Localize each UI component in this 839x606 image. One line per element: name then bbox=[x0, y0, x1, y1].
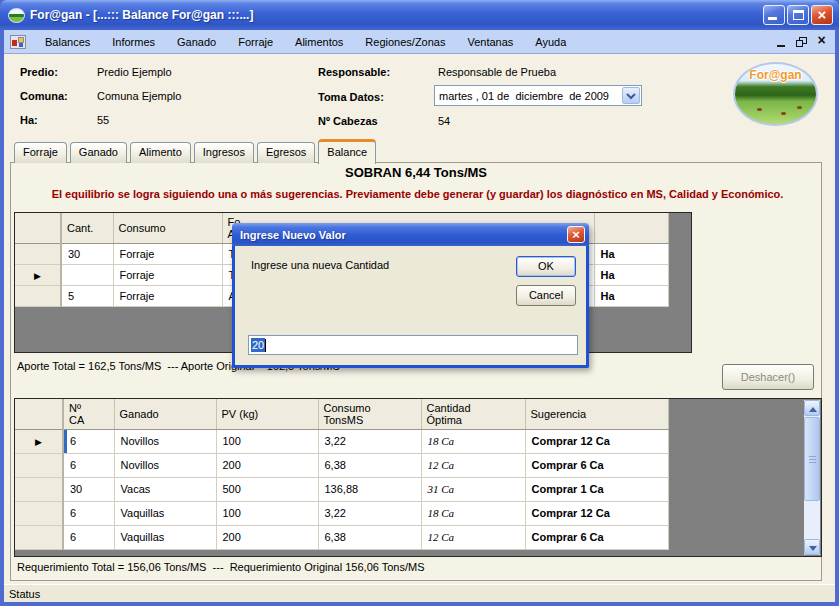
row-selector-cell[interactable] bbox=[15, 525, 63, 549]
requerimiento-header-6[interactable]: Sugerencia bbox=[525, 399, 668, 429]
tab-ingresos[interactable]: Ingresos bbox=[194, 142, 254, 163]
scroll-down-button[interactable] bbox=[804, 539, 820, 555]
close-button[interactable]: × bbox=[811, 5, 833, 25]
row-selector-cell[interactable] bbox=[15, 477, 63, 501]
predio-label: Predio: bbox=[20, 66, 58, 78]
row-selector-cell[interactable]: ▶ bbox=[15, 429, 63, 453]
requerimiento-cell[interactable]: 100 bbox=[216, 501, 318, 525]
requerimiento-header-5[interactable]: Cantidad Óptima bbox=[421, 399, 525, 429]
datepicker-dropdown-button[interactable] bbox=[622, 87, 640, 104]
dialog-ingrese-nuevo-valor: Ingrese Nuevo Valor × Ingrese una nueva … bbox=[232, 223, 589, 368]
requerimiento-cell[interactable]: Comprar 6 Ca bbox=[525, 453, 668, 477]
foragan-logo: For@gan bbox=[733, 62, 818, 126]
requerimiento-cell[interactable]: 3,22 bbox=[318, 429, 421, 453]
menu-item-balances[interactable]: Balances bbox=[34, 32, 101, 52]
requerimiento-cell[interactable]: 6 bbox=[63, 429, 114, 453]
row-selector-cell[interactable]: ▶ bbox=[15, 264, 61, 285]
menu-item-ventanas[interactable]: Ventanas bbox=[456, 32, 524, 52]
requerimiento-cell[interactable]: Vacas bbox=[114, 477, 216, 501]
menu-item-forraje[interactable]: Forraje bbox=[227, 32, 284, 52]
aporte-cell[interactable]: 5 bbox=[61, 285, 113, 306]
menu-bar: BalancesInformesGanadoForrajeAlimentosRe… bbox=[4, 30, 835, 54]
tab-egresos[interactable]: Egresos bbox=[257, 142, 315, 163]
requerimiento-cell[interactable]: 6 bbox=[63, 525, 114, 549]
tab-forraje[interactable]: Forraje bbox=[14, 142, 67, 163]
tab-alimento[interactable]: Alimento bbox=[130, 142, 191, 163]
aporte-header-2[interactable]: Consumo bbox=[113, 213, 222, 243]
aporte-cell[interactable]: Ha bbox=[594, 243, 668, 264]
cancel-button[interactable]: Cancel bbox=[516, 285, 576, 306]
requerimiento-cell[interactable]: Comprar 12 Ca bbox=[525, 429, 668, 453]
aporte-cell[interactable]: 20 bbox=[61, 264, 113, 285]
ha-value: 55 bbox=[97, 114, 109, 126]
requerimiento-header-2[interactable]: Ganado bbox=[114, 399, 216, 429]
deshacer-button[interactable]: Deshacer() bbox=[722, 364, 814, 390]
vertical-scrollbar[interactable] bbox=[804, 400, 820, 555]
requerimiento-cell[interactable]: 6,38 bbox=[318, 525, 421, 549]
row-selector-cell[interactable] bbox=[15, 285, 61, 306]
tab-ganado[interactable]: Ganado bbox=[70, 142, 127, 163]
dialog-close-button[interactable]: × bbox=[567, 226, 585, 243]
requerimiento-header-1[interactable]: Nº CA bbox=[63, 399, 114, 429]
requerimiento-cell[interactable]: 12 Ca bbox=[421, 525, 525, 549]
requerimiento-cell[interactable]: 18 Ca bbox=[421, 429, 525, 453]
requerimiento-cell[interactable]: 500 bbox=[216, 477, 318, 501]
requerimiento-cell[interactable]: Novillos bbox=[114, 453, 216, 477]
row-selector-cell[interactable] bbox=[15, 453, 63, 477]
maximize-button[interactable] bbox=[787, 5, 809, 25]
aporte-cell[interactable]: Ha bbox=[594, 285, 668, 306]
aporte-header-1[interactable]: Cant. bbox=[61, 213, 113, 243]
mdi-close-button[interactable]: × bbox=[816, 37, 827, 47]
dialog-title: Ingrese Nuevo Valor bbox=[240, 229, 567, 241]
status-text: Status bbox=[4, 588, 40, 600]
aporte-cell[interactable]: Ha bbox=[594, 264, 668, 285]
requerimiento-cell[interactable]: 100 bbox=[216, 429, 318, 453]
requerimiento-cell[interactable]: 200 bbox=[216, 525, 318, 549]
requerimiento-cell[interactable]: 6,38 bbox=[318, 453, 421, 477]
aporte-cell[interactable]: Forraje bbox=[113, 264, 222, 285]
requerimiento-cell[interactable]: Comprar 6 Ca bbox=[525, 525, 668, 549]
aporte-header-0[interactable] bbox=[15, 213, 61, 243]
balance-warning-text: El equilibrio se logra siguiendo una o m… bbox=[4, 188, 831, 200]
requerimiento-cell[interactable]: 18 Ca bbox=[421, 501, 525, 525]
requerimiento-cell[interactable]: 200 bbox=[216, 453, 318, 477]
menu-item-informes[interactable]: Informes bbox=[101, 32, 166, 52]
row-selector-cell[interactable] bbox=[15, 243, 61, 264]
requerimiento-cell[interactable]: 136,88 bbox=[318, 477, 421, 501]
requerimiento-cell[interactable]: Novillos bbox=[114, 429, 216, 453]
scrollbar-thumb[interactable] bbox=[804, 417, 820, 501]
requerimiento-cell[interactable]: 6 bbox=[63, 501, 114, 525]
mdi-restore-button[interactable] bbox=[796, 37, 807, 47]
minimize-button[interactable] bbox=[763, 5, 785, 25]
aporte-cell[interactable]: 30 bbox=[61, 243, 113, 264]
tab-balance[interactable]: Balance bbox=[318, 139, 376, 164]
requerimiento-header-3[interactable]: PV (kg) bbox=[216, 399, 318, 429]
requerimiento-cell[interactable]: 12 Ca bbox=[421, 453, 525, 477]
toma-datos-datepicker[interactable]: martes , 01 de diciembre de 2009 bbox=[434, 85, 642, 106]
menu-item-ganado[interactable]: Ganado bbox=[166, 32, 227, 52]
requerimiento-cell[interactable]: Comprar 1 Ca bbox=[525, 477, 668, 501]
mdi-minimize-button[interactable] bbox=[776, 37, 787, 47]
ok-button[interactable]: OK bbox=[516, 256, 576, 277]
requerimiento-cell[interactable]: Comprar 12 Ca bbox=[525, 501, 668, 525]
requerimiento-cell[interactable]: Vaquillas bbox=[114, 501, 216, 525]
requerimiento-cell[interactable]: 30 bbox=[63, 477, 114, 501]
requerimiento-cell[interactable]: 31 Ca bbox=[421, 477, 525, 501]
row-selector-cell[interactable] bbox=[15, 501, 63, 525]
window-title: For@gan - [...::: Balance For@gan :::...… bbox=[30, 8, 763, 22]
cantidad-input[interactable]: 20 bbox=[248, 335, 578, 355]
scroll-up-button[interactable] bbox=[804, 400, 820, 416]
aporte-cell[interactable]: Forraje bbox=[113, 285, 222, 306]
mdi-child-icon[interactable] bbox=[10, 35, 26, 49]
requerimiento-cell[interactable]: 3,22 bbox=[318, 501, 421, 525]
requerimiento-cell[interactable]: Vaquillas bbox=[114, 525, 216, 549]
aporte-header-4[interactable] bbox=[594, 213, 668, 243]
arrow-up-icon bbox=[809, 407, 817, 412]
menu-item-alimentos[interactable]: Alimentos bbox=[284, 32, 354, 52]
menu-item-regiones-zonas[interactable]: Regiones/Zonas bbox=[354, 32, 456, 52]
menu-item-ayuda[interactable]: Ayuda bbox=[524, 32, 577, 52]
requerimiento-header-0[interactable] bbox=[15, 399, 63, 429]
requerimiento-cell[interactable]: 6 bbox=[63, 453, 114, 477]
aporte-cell[interactable]: Forraje bbox=[113, 243, 222, 264]
requerimiento-header-4[interactable]: Consumo TonsMS bbox=[318, 399, 421, 429]
